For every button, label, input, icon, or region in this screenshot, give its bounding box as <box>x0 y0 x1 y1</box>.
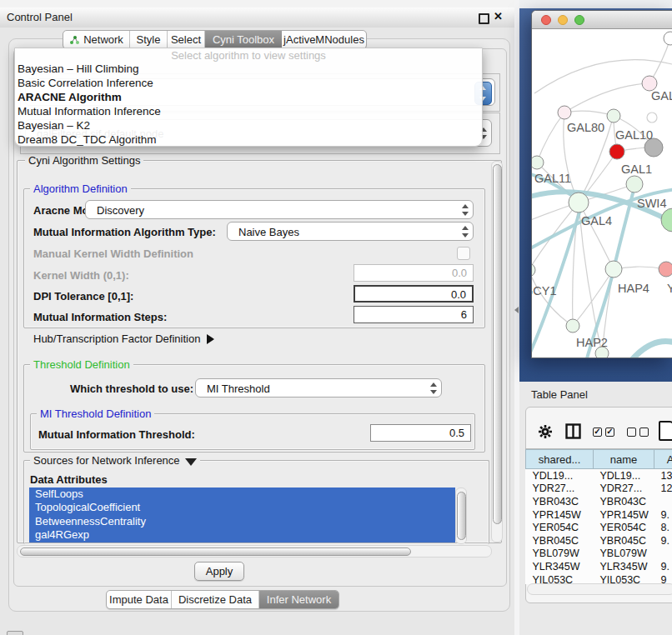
expand-right-icon <box>207 334 214 344</box>
network-node[interactable] <box>558 106 571 119</box>
desktop-top-strip <box>519 0 672 8</box>
attribute-item-betweennesscentrality[interactable]: BetweennessCentrality <box>29 515 455 528</box>
attributes-scrollbar-thumb[interactable] <box>457 492 466 540</box>
tab-impute-data[interactable]: Impute Data <box>107 591 172 608</box>
network-node[interactable] <box>607 109 620 122</box>
dropdown-item-bayesian-hill-climbing[interactable]: Bayesian – Hill Climbing <box>15 62 482 76</box>
column-header-name[interactable]: name <box>594 450 654 469</box>
table-row[interactable]: YBR045CYBR045C9. <box>526 534 672 548</box>
dropdown-item-mutual-information-inference[interactable]: Mutual Information Inference <box>15 104 482 118</box>
tab-label: Select <box>171 33 201 46</box>
kernel-width-field[interactable]: 0.0 <box>354 264 474 282</box>
mi-steps-label: Mutual Information Steps: <box>33 311 167 323</box>
settings-scrollbar-thumb[interactable] <box>493 164 502 524</box>
network-node[interactable] <box>609 144 624 159</box>
table-row[interactable]: YPR145WYPR145W9. <box>526 508 672 522</box>
network-node[interactable] <box>532 156 544 169</box>
hub-definition-expander[interactable]: Hub/Transcription Factor Definition <box>33 332 214 345</box>
unchecked-checkbox-icon[interactable] <box>627 428 636 437</box>
table-cell: 9. <box>654 534 672 548</box>
checked-checkbox-icon[interactable]: ✓ <box>593 428 602 437</box>
table-row[interactable]: YBR043CYBR043C <box>526 495 672 508</box>
combobox-stepper-icon[interactable] <box>460 204 469 216</box>
aracne-mode-combobox[interactable]: Discovery <box>85 200 474 219</box>
tab-style[interactable]: Style <box>130 31 168 48</box>
manual-kernel-checkbox[interactable] <box>457 247 470 260</box>
unchecked-checkbox-icon[interactable] <box>639 428 649 437</box>
zoom-button[interactable] <box>574 15 584 25</box>
columns-icon[interactable] <box>565 423 581 439</box>
node-label-gal10: GAL10 <box>615 128 653 142</box>
tab-label: jActiveMNodules <box>283 33 364 46</box>
settings-hscrollbar[interactable] <box>17 545 492 558</box>
tab-discretize-data[interactable]: Discretize Data <box>172 591 259 608</box>
tab-label: Cyni Toolbox <box>213 33 274 46</box>
dropdown-item-dream8-dc-tdc-algorithm[interactable]: Dream8 DC_TDC Algorithm <box>15 132 482 147</box>
table-cell: 12 <box>654 482 672 496</box>
settings-scrollbar[interactable] <box>491 161 503 542</box>
which-threshold-value: MI Threshold <box>207 382 270 395</box>
table-cell: YDL19... <box>594 469 654 482</box>
network-node[interactable] <box>661 208 672 232</box>
dropdown-item-aracne-algorithm[interactable]: ARACNE Algorithm <box>15 90 482 104</box>
tab-select[interactable]: Select <box>168 31 205 48</box>
divider-collapse-icon[interactable] <box>514 307 519 313</box>
network-node[interactable] <box>569 192 589 212</box>
minimize-button[interactable] <box>558 15 568 25</box>
tab-jactivemnodules[interactable]: jActiveMNodules <box>282 31 366 48</box>
dropdown-item-basic-correlation-inference[interactable]: Basic Correlation Inference <box>15 76 482 90</box>
checked-checkbox-icon[interactable]: ✓ <box>605 428 614 437</box>
sources-expander[interactable]: Sources for Network Inference <box>30 454 200 467</box>
network-node[interactable] <box>605 261 622 278</box>
dropdown-item-bayesian-k2[interactable]: Bayesian – K2 <box>15 118 482 132</box>
node-label-y: Y <box>667 282 672 295</box>
dpi-tolerance-field[interactable]: 0.0 <box>354 285 474 302</box>
network-node[interactable] <box>626 176 643 192</box>
table-row[interactable]: YBL079WYBL079W <box>526 548 672 561</box>
table-row[interactable]: YDR27...YDR27...12 <box>526 482 672 496</box>
node-label-gal80: GAL80 <box>567 121 604 134</box>
table-panel-title: Table Panel <box>531 388 588 401</box>
tab-cyni-toolbox[interactable]: Cyni Toolbox <box>205 31 282 48</box>
mi-threshold-field[interactable]: 0.5 <box>370 424 471 442</box>
close-icon[interactable]: ✕ <box>494 10 503 22</box>
gear-icon[interactable] <box>538 424 553 439</box>
network-node[interactable] <box>664 32 672 45</box>
document-icon[interactable] <box>659 421 672 441</box>
mi-type-combobox[interactable]: Naive Bayes <box>227 222 474 241</box>
float-icon[interactable] <box>479 13 489 24</box>
close-button[interactable] <box>541 15 551 25</box>
combobox-stepper-icon[interactable] <box>460 226 469 238</box>
combobox-stepper-icon[interactable] <box>429 382 438 394</box>
tab-infer-network[interactable]: Infer Network <box>259 591 339 608</box>
table-row[interactable]: YDL19...YDL19...13 <box>526 469 672 482</box>
network-node[interactable] <box>566 319 579 332</box>
mi-steps-field[interactable]: 6 <box>354 306 474 323</box>
column-header-a[interactable]: A <box>654 450 672 469</box>
attribute-item-topologicalcoefficient[interactable]: TopologicalCoefficient <box>29 501 455 514</box>
network-view-window: GALGAL80GAL10GAL1GAL11SWI4GAL4GCY1HAP4YH… <box>531 10 672 358</box>
table-cell: YIL053C <box>594 573 654 584</box>
tab-network[interactable]: Network <box>63 31 130 48</box>
table-row[interactable]: YLR345WYLR345W9. <box>526 560 672 573</box>
table-cell: YLR345W <box>526 560 594 573</box>
table-cell: YLR345W <box>594 560 654 573</box>
table-cell: YBR045C <box>594 534 654 548</box>
network-window-titlebar[interactable] <box>532 11 672 29</box>
kernel-width-label: Kernel Width (0,1): <box>33 269 129 282</box>
table-row[interactable]: YER054CYER054C8. <box>526 521 672 534</box>
network-canvas[interactable]: GALGAL80GAL10GAL1GAL11SWI4GAL4GCY1HAP4YH… <box>532 29 672 358</box>
attribute-item-gal4rgexp[interactable]: gal4RGexp <box>29 528 455 542</box>
sources-title: Sources for Network Inference <box>33 454 180 467</box>
network-node[interactable] <box>532 263 535 277</box>
attributes-scrollbar[interactable] <box>455 488 467 544</box>
attribute-item-selfloops[interactable]: SelfLoops <box>29 488 455 501</box>
settings-hscrollbar-thumb[interactable] <box>20 548 411 556</box>
collapsed-panel-icon[interactable] <box>7 631 23 635</box>
table-row[interactable]: YIL053CYIL053C9 <box>526 573 672 584</box>
which-threshold-combobox[interactable]: MI Threshold <box>195 378 442 398</box>
column-header-shared[interactable]: shared... <box>526 450 594 469</box>
network-node[interactable] <box>659 262 672 277</box>
table-hscrollbar[interactable] <box>527 583 672 595</box>
apply-button[interactable]: Apply <box>194 562 244 581</box>
